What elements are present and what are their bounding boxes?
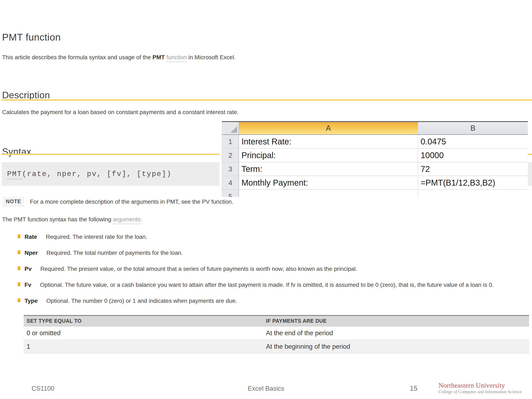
list-item-nper: Nper Required. The total number of payme… <box>2 249 532 256</box>
arguments-list: Rate Required. The interest rate for the… <box>2 233 532 313</box>
excel-row-number: 4 <box>222 176 239 190</box>
code-pmt-link[interactable]: PMT <box>7 170 22 179</box>
arguments-intro-suffix: : <box>140 216 142 222</box>
excel-cell-a3: Term: <box>239 162 418 176</box>
excel-cell-a5 <box>239 190 418 197</box>
footer-page-number: 15 <box>410 385 418 392</box>
note-line: NOTE For a more complete description of … <box>3 197 233 206</box>
excel-cell-b3: 72 <box>418 162 528 176</box>
footer-course-code: CS1100 <box>32 385 54 392</box>
argument-desc: Optional. The number 0 (zero) or 1 and i… <box>46 298 237 304</box>
bullet-square-icon <box>18 298 20 302</box>
syntax-code: PMT(rate, nper, pv, [fv], [type]) <box>7 170 172 178</box>
excel-cell-a4: Monthly Payment: <box>239 176 418 190</box>
excel-row-number: 2 <box>222 149 239 162</box>
argument-desc: Required. The total number of payments f… <box>47 250 183 256</box>
intro-prefix: This article describes the formula synta… <box>2 54 151 60</box>
table-cell: At the beginning of the period <box>263 340 529 353</box>
northeastern-logo: Northeastern University College of Compu… <box>438 381 522 394</box>
logo-college-post: Computer and Information Science <box>458 389 522 394</box>
glossary-link-arguments[interactable]: arguments <box>113 216 140 224</box>
arguments-intro-prefix: The PMT function syntax has the followin… <box>2 216 111 222</box>
table-header-row: SET TYPE EQUAL TO IF PAYMENTS ARE DUE <box>24 316 529 326</box>
table-cell: 1 <box>24 340 263 353</box>
description-body: Calculates the payment for a loan based … <box>2 108 239 116</box>
table-row: 0 or omitted At the end of the period <box>24 326 529 340</box>
bullet-square-icon <box>18 282 20 286</box>
type-reference-table: SET TYPE EQUAL TO IF PAYMENTS ARE DUE 0 … <box>24 315 529 354</box>
excel-column-header-b: B <box>418 122 528 135</box>
argument-term: Type <box>25 298 38 304</box>
argument-desc: Optional. The future value, or a cash ba… <box>40 282 494 288</box>
note-badge: NOTE <box>3 197 24 206</box>
list-item-type: Type Optional. The number 0 (zero) or 1 … <box>2 297 532 304</box>
table-cell: 0 or omitted <box>24 326 263 340</box>
bullet-square-icon <box>18 250 20 254</box>
column-header-payments-due: IF PAYMENTS ARE DUE <box>263 316 529 326</box>
excel-row-number: 1 <box>222 135 239 149</box>
list-item-fv: Fv Optional. The future value, or a cash… <box>2 281 532 288</box>
excel-cell-b5 <box>418 190 528 197</box>
footer-deck-title: Excel Basics <box>220 385 312 392</box>
logo-college-of: of <box>454 389 457 394</box>
page: { "page": { "title": "PMT function" }, "… <box>0 0 532 399</box>
intro-term-pmt: PMT <box>152 54 165 60</box>
excel-grid: A B 1 Interest Rate: 0.0475 2 Principal:… <box>222 121 528 197</box>
list-item-rate: Rate Required. The interest rate for the… <box>2 233 532 241</box>
intro-paragraph: This article describes the formula synta… <box>2 54 236 61</box>
logo-college-pre: College <box>438 389 452 394</box>
arguments-intro: The PMT function syntax has the followin… <box>2 216 142 223</box>
code-arguments: (rate, nper, pv, [fv], [type]) <box>22 170 172 178</box>
argument-term: Rate <box>25 234 37 240</box>
argument-term: Nper <box>25 250 38 256</box>
logo-college-name: College of Computer and Information Scie… <box>438 389 522 394</box>
description-divider <box>2 99 532 101</box>
bullet-square-icon <box>18 266 20 270</box>
argument-term: Fv <box>25 282 31 288</box>
table-row: 1 At the beginning of the period <box>24 340 529 353</box>
excel-screenshot: A B 1 Interest Rate: 0.0475 2 Principal:… <box>219 120 528 197</box>
column-header-set-type: SET TYPE EQUAL TO <box>24 316 263 326</box>
logo-university-name: Northeastern University <box>438 381 522 389</box>
excel-cell-b2: 10000 <box>418 149 528 162</box>
glossary-link-function[interactable]: function <box>166 54 187 62</box>
page-title: PMT function <box>2 32 61 43</box>
description-heading: Description <box>2 90 50 100</box>
select-all-triangle-icon <box>230 126 237 133</box>
excel-cell-a1: Interest Rate: <box>239 135 418 149</box>
excel-column-header-a: A <box>239 122 418 135</box>
bullet-square-icon <box>18 234 20 238</box>
intro-suffix: in Microsoft Excel. <box>188 54 235 60</box>
argument-desc: Required. The interest rate for the loan… <box>46 234 147 240</box>
syntax-heading: Syntax <box>2 146 31 157</box>
argument-term: Pv <box>25 266 32 272</box>
argument-desc: Required. The present value, or the tota… <box>40 266 357 272</box>
excel-cell-a2: Principal: <box>239 149 418 162</box>
excel-cell-b1: 0.0475 <box>418 135 528 149</box>
table-cell: At the end of the period <box>263 326 529 340</box>
list-item-pv: Pv Required. The present value, or the t… <box>2 265 532 272</box>
excel-cell-b4: =PMT(B1/12,B3,B2) <box>418 176 528 190</box>
excel-row-number: 3 <box>222 162 239 176</box>
excel-select-all-corner <box>222 122 239 135</box>
note-text: For a more complete description of the a… <box>30 198 233 205</box>
excel-row-number: 5 <box>222 190 239 197</box>
